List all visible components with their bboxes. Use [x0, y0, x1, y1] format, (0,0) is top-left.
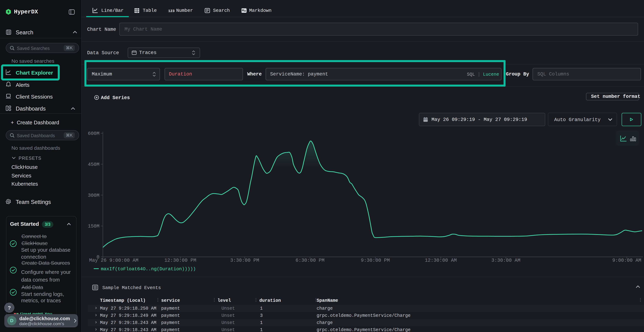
svg-text:600M: 600M	[88, 131, 100, 136]
svg-text:300M: 300M	[88, 193, 100, 198]
svg-text:May 26 9:00:00 AM: May 26 9:00:00 AM	[89, 258, 138, 263]
svg-text:9:00:00 AM: 9:00:00 AM	[612, 258, 641, 263]
svg-text:maxIf(toFloat64O..ng(Duration): maxIf(toFloat64O..ng(Duration)))))	[101, 266, 196, 272]
svg-text:3:30:00 PM: 3:30:00 PM	[230, 258, 259, 263]
svg-text:150M: 150M	[88, 224, 100, 229]
svg-text:12:30:00 PM: 12:30:00 PM	[164, 258, 196, 263]
svg-text:12:30:00 AM: 12:30:00 AM	[425, 258, 457, 263]
svg-text:450M: 450M	[88, 162, 100, 167]
svg-text:3:30:00 AM: 3:30:00 AM	[492, 258, 520, 263]
svg-text:9:30:00 PM: 9:30:00 PM	[361, 258, 390, 263]
svg-text:6:30:00 PM: 6:30:00 PM	[296, 258, 324, 263]
